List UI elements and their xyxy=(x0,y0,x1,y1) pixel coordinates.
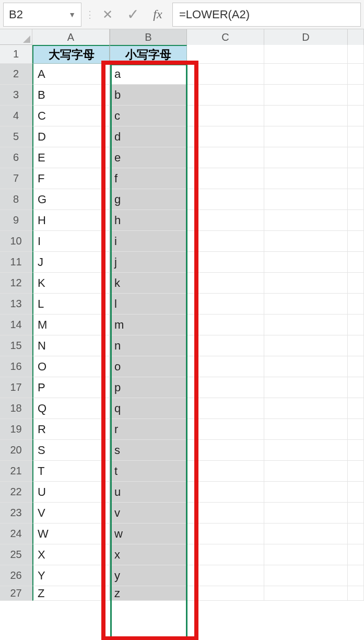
cell-E3[interactable] xyxy=(348,85,364,106)
cell-D6[interactable] xyxy=(264,147,348,168)
cell-A15[interactable]: N xyxy=(32,335,110,356)
row-header[interactable]: 16 xyxy=(0,356,32,377)
cell-C14[interactable] xyxy=(187,315,264,335)
cell-C17[interactable] xyxy=(187,377,264,398)
cell-B22[interactable]: u xyxy=(110,482,187,503)
col-header-A[interactable]: A xyxy=(32,29,110,45)
cell-C11[interactable] xyxy=(187,252,264,273)
cell-B1[interactable]: 小写字母 xyxy=(110,45,187,64)
cell-A8[interactable]: G xyxy=(32,189,110,210)
cell-D27[interactable] xyxy=(264,586,348,601)
cell-B3[interactable]: b xyxy=(110,85,187,106)
cell-E7[interactable] xyxy=(348,168,364,189)
cell-A4[interactable]: C xyxy=(32,106,110,126)
cell-B10[interactable]: i xyxy=(110,231,187,252)
cell-C24[interactable] xyxy=(187,523,264,544)
col-header-C[interactable]: C xyxy=(187,29,264,45)
cell-E12[interactable] xyxy=(348,273,364,294)
cell-C25[interactable] xyxy=(187,544,264,565)
cell-E5[interactable] xyxy=(348,126,364,147)
formula-input[interactable]: =LOWER(A2) xyxy=(172,3,361,27)
cell-B26[interactable]: y xyxy=(110,565,187,586)
cell-B13[interactable]: l xyxy=(110,294,187,315)
cell-E26[interactable] xyxy=(348,565,364,586)
cell-A14[interactable]: M xyxy=(32,315,110,335)
cell-A9[interactable]: H xyxy=(32,210,110,231)
cell-A17[interactable]: P xyxy=(32,377,110,398)
cell-B2[interactable]: a xyxy=(110,64,187,85)
cell-E14[interactable] xyxy=(348,315,364,335)
row-header[interactable]: 3 xyxy=(0,85,32,106)
cell-D18[interactable] xyxy=(264,398,348,419)
cell-E17[interactable] xyxy=(348,377,364,398)
cell-B8[interactable]: g xyxy=(110,189,187,210)
cell-B14[interactable]: m xyxy=(110,315,187,335)
col-header-D[interactable]: D xyxy=(264,29,348,45)
cell-E19[interactable] xyxy=(348,419,364,440)
cell-B25[interactable]: x xyxy=(110,544,187,565)
cell-D17[interactable] xyxy=(264,377,348,398)
cell-D2[interactable] xyxy=(264,64,348,85)
row-header[interactable]: 11 xyxy=(0,252,32,273)
cell-B11[interactable]: j xyxy=(110,252,187,273)
cell-D15[interactable] xyxy=(264,335,348,356)
row-header[interactable]: 27 xyxy=(0,586,32,601)
cell-E10[interactable] xyxy=(348,231,364,252)
row-header[interactable]: 5 xyxy=(0,126,32,147)
row-header[interactable]: 1 xyxy=(0,45,32,64)
cell-E11[interactable] xyxy=(348,252,364,273)
cell-A22[interactable]: U xyxy=(32,482,110,503)
cell-E13[interactable] xyxy=(348,294,364,315)
cell-D11[interactable] xyxy=(264,252,348,273)
cell-A18[interactable]: Q xyxy=(32,398,110,419)
cell-A23[interactable]: V xyxy=(32,503,110,523)
cell-C16[interactable] xyxy=(187,356,264,377)
cell-C8[interactable] xyxy=(187,189,264,210)
cell-B24[interactable]: w xyxy=(110,523,187,544)
cell-B6[interactable]: e xyxy=(110,147,187,168)
cell-C27[interactable] xyxy=(187,586,264,601)
cell-E21[interactable] xyxy=(348,461,364,482)
cell-A26[interactable]: Y xyxy=(32,565,110,586)
cell-C12[interactable] xyxy=(187,273,264,294)
confirm-formula-button[interactable]: ✓ xyxy=(120,3,145,27)
cell-E23[interactable] xyxy=(348,503,364,523)
name-box-dropdown-icon[interactable]: ▼ xyxy=(68,10,76,19)
row-header[interactable]: 23 xyxy=(0,503,32,523)
cell-E24[interactable] xyxy=(348,523,364,544)
row-header[interactable]: 13 xyxy=(0,294,32,315)
cell-B15[interactable]: n xyxy=(110,335,187,356)
row-header[interactable]: 4 xyxy=(0,106,32,126)
col-header-E[interactable] xyxy=(348,29,364,45)
cell-E1[interactable] xyxy=(348,45,364,64)
cell-B12[interactable]: k xyxy=(110,273,187,294)
cell-E20[interactable] xyxy=(348,440,364,461)
row-header[interactable]: 2 xyxy=(0,64,32,85)
cell-B16[interactable]: o xyxy=(110,356,187,377)
cell-B27[interactable]: z xyxy=(110,586,187,601)
cell-A5[interactable]: D xyxy=(32,126,110,147)
row-header[interactable]: 19 xyxy=(0,419,32,440)
row-header[interactable]: 20 xyxy=(0,440,32,461)
cell-E15[interactable] xyxy=(348,335,364,356)
cell-D8[interactable] xyxy=(264,189,348,210)
cell-D24[interactable] xyxy=(264,523,348,544)
cell-A2[interactable]: A xyxy=(32,64,110,85)
cell-A19[interactable]: R xyxy=(32,419,110,440)
cell-D14[interactable] xyxy=(264,315,348,335)
cell-B21[interactable]: t xyxy=(110,461,187,482)
cell-C4[interactable] xyxy=(187,106,264,126)
cell-E18[interactable] xyxy=(348,398,364,419)
col-header-B[interactable]: B xyxy=(110,29,187,45)
cell-A12[interactable]: K xyxy=(32,273,110,294)
cancel-formula-button[interactable]: ✕ xyxy=(95,3,120,27)
cell-C9[interactable] xyxy=(187,210,264,231)
cell-A20[interactable]: S xyxy=(32,440,110,461)
cell-C19[interactable] xyxy=(187,419,264,440)
cell-D1[interactable] xyxy=(264,45,348,64)
cell-C22[interactable] xyxy=(187,482,264,503)
cell-B23[interactable]: v xyxy=(110,503,187,523)
row-header[interactable]: 17 xyxy=(0,377,32,398)
cell-A3[interactable]: B xyxy=(32,85,110,106)
row-header[interactable]: 15 xyxy=(0,335,32,356)
